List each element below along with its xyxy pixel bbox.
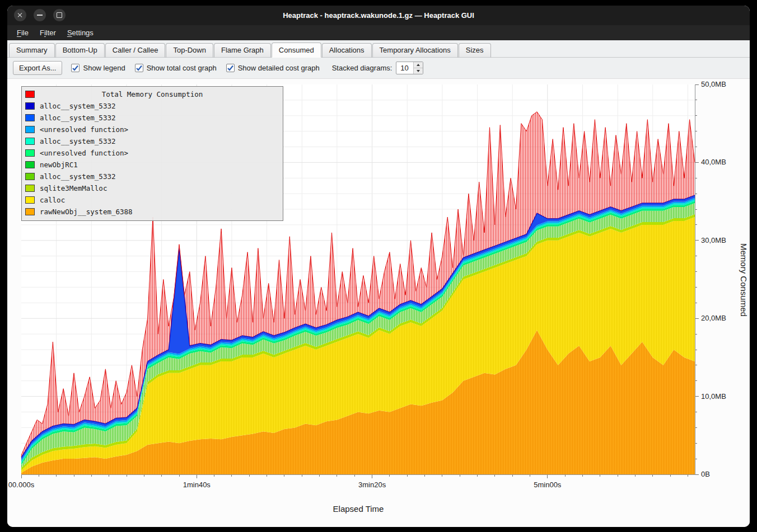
x-tick	[460, 475, 460, 477]
window-title: Heaptrack - heaptrack.wakunode.1.gz — He…	[7, 11, 750, 20]
y-axis-label: 50,0MB	[701, 80, 726, 88]
legend-item: rawNewObj__system_6388	[22, 206, 283, 218]
x-tick	[127, 475, 127, 477]
y-axis-label: 40,0MB	[701, 158, 726, 166]
legend-swatch	[25, 138, 35, 145]
legend-item-label: alloc__system_5332	[40, 102, 115, 110]
tab-bottom-up[interactable]: Bottom-Up	[55, 43, 105, 58]
arrow-down-icon	[417, 70, 420, 72]
legend-swatch	[25, 114, 35, 121]
y-tick	[695, 224, 697, 225]
checkbox-box	[226, 64, 235, 72]
stacked-diagrams-label: Stacked diagrams:	[332, 64, 392, 72]
menu-item-settings[interactable]: Settings	[62, 27, 99, 39]
y-tick	[695, 162, 699, 163]
x-tick	[74, 475, 74, 477]
checkbox-label: Show legend	[83, 64, 125, 72]
x-tick	[618, 475, 618, 477]
close-icon	[17, 12, 23, 18]
x-tick	[442, 475, 442, 477]
y-tick	[695, 100, 697, 100]
x-tick	[512, 475, 513, 477]
stacked-diagrams-spinbox[interactable]: 10	[396, 62, 423, 74]
arrow-up-icon	[417, 64, 420, 66]
legend-swatch	[25, 102, 35, 110]
y-tick	[695, 271, 697, 272]
maximize-button[interactable]	[53, 9, 66, 21]
menu-item-file[interactable]: File	[12, 27, 34, 39]
x-tick	[477, 475, 478, 477]
legend-swatch	[25, 149, 35, 157]
legend-item-label: newObjRC1	[40, 161, 78, 169]
y-tick	[695, 240, 699, 241]
maximize-icon	[57, 12, 62, 18]
minimize-button[interactable]	[34, 9, 46, 21]
tab-top-down[interactable]: Top-Down	[166, 43, 213, 58]
checkbox-show-total-cost-graph[interactable]: Show total cost graph	[135, 64, 217, 72]
y-tick	[695, 459, 697, 459]
x-tick	[267, 475, 267, 477]
tab-consumed[interactable]: Consumed	[272, 43, 321, 58]
legend-item-label: alloc__system_5332	[40, 114, 115, 122]
x-tick	[302, 475, 302, 477]
tab-sizes[interactable]: Sizes	[459, 43, 491, 58]
x-tick	[354, 475, 355, 477]
x-axis-title: Elapsed Time	[21, 504, 695, 514]
y-tick	[695, 412, 697, 412]
tab-bar: SummaryBottom-UpCaller / CalleeTop-DownF…	[7, 40, 750, 58]
legend-title: Total Memory Consumption	[22, 90, 283, 98]
y-tick	[695, 474, 699, 475]
legend-item-label: alloc__system_5332	[40, 172, 115, 181]
close-button[interactable]	[14, 9, 26, 21]
x-tick	[319, 475, 320, 477]
legend-item: calloc	[22, 194, 283, 206]
legend-item-label: rawNewObj__system_6388	[40, 208, 133, 216]
tab-summary[interactable]: Summary	[9, 43, 55, 58]
menu-item-filter[interactable]: Filter	[35, 27, 61, 39]
legend-item-label: <unresolved function>	[40, 149, 128, 157]
legend-item: <unresolved function>	[22, 147, 283, 159]
spin-up-button[interactable]	[414, 62, 423, 68]
y-tick	[695, 131, 697, 131]
x-tick	[670, 475, 671, 477]
spin-down-button[interactable]	[414, 68, 423, 74]
legend-items: alloc__system_5332alloc__system_5332<unr…	[22, 100, 283, 218]
legend-swatch-total	[25, 91, 35, 98]
tab-flame-graph[interactable]: Flame Graph	[214, 43, 271, 58]
y-axis-label: 0B	[701, 470, 710, 478]
legend-item: alloc__system_5332	[22, 171, 283, 182]
x-tick	[424, 475, 425, 477]
checkbox-label: Show total cost graph	[147, 64, 217, 72]
x-tick	[547, 475, 548, 478]
y-tick	[695, 209, 697, 210]
y-tick	[695, 334, 697, 335]
plot-area[interactable]: Total Memory Consumption alloc__system_5…	[21, 84, 695, 475]
x-tick	[565, 475, 566, 477]
legend-item: <unresolved function>	[22, 124, 283, 135]
x-tick	[144, 475, 144, 477]
tab-temporary-allocations[interactable]: Temporary Allocations	[372, 43, 458, 58]
x-tick	[407, 475, 408, 477]
checkbox-box	[135, 64, 143, 72]
checkbox-group: Show legendShow total cost graphShow det…	[71, 64, 319, 72]
x-tick	[530, 475, 530, 477]
legend-swatch	[25, 161, 35, 168]
legend-swatch	[25, 185, 35, 192]
tab-allocations[interactable]: Allocations	[322, 43, 372, 58]
x-tick	[109, 475, 109, 477]
y-tick	[695, 380, 697, 381]
y-axis-label: 20,0MB	[701, 314, 726, 322]
checkbox-show-detailed-cost-graph[interactable]: Show detailed cost graph	[226, 64, 320, 72]
checkbox-show-legend[interactable]: Show legend	[71, 64, 125, 72]
y-axis-label: 10,0MB	[701, 392, 726, 401]
spinbox-value: 10	[396, 62, 413, 74]
x-tick	[91, 475, 92, 477]
y-tick	[695, 303, 697, 303]
y-tick	[695, 396, 699, 397]
check-icon	[227, 64, 234, 72]
tab-caller-callee[interactable]: Caller / Callee	[105, 43, 166, 58]
export-as-button[interactable]: Export As...	[13, 61, 62, 75]
y-tick	[695, 427, 697, 428]
x-tick	[582, 475, 583, 477]
x-tick	[179, 475, 180, 477]
